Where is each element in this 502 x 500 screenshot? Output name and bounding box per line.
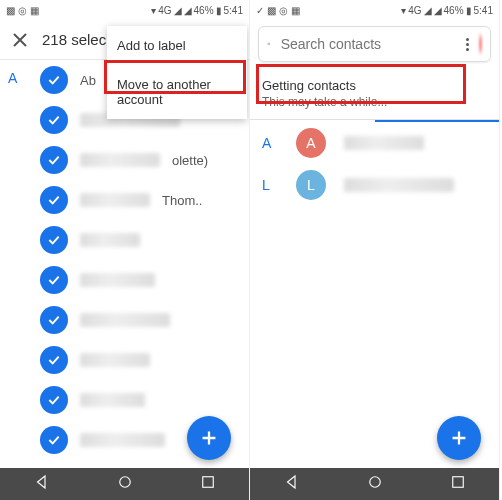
- check-icon[interactable]: [40, 146, 68, 174]
- signal-icon: ◢: [184, 5, 192, 16]
- overflow-menu: Add to label Move to another account: [107, 26, 247, 119]
- nav-recent-icon[interactable]: [199, 473, 217, 495]
- contact-name-blurred: [80, 393, 145, 407]
- status-bar: ▩ ◎ ▦ ▾ 4G ◢ ◢ 46% ▮ 5:41: [0, 0, 249, 20]
- notif-icon: ▦: [30, 5, 39, 16]
- signal-label: 4G: [158, 5, 171, 16]
- fab-add[interactable]: [187, 416, 231, 460]
- nav-bar: [250, 468, 499, 500]
- nav-home-icon[interactable]: [366, 473, 384, 495]
- contact-row-selected[interactable]: [0, 340, 249, 380]
- notif-icon: ◎: [18, 5, 27, 16]
- signal-icon: ◢: [424, 5, 432, 16]
- close-icon[interactable]: [8, 28, 32, 52]
- check-icon[interactable]: [40, 186, 68, 214]
- contact-row-selected[interactable]: [0, 300, 249, 340]
- contact-name-blurred: [80, 273, 155, 287]
- contact-row-selected[interactable]: [0, 380, 249, 420]
- check-icon[interactable]: [40, 386, 68, 414]
- contact-row-selected[interactable]: [0, 220, 249, 260]
- svg-rect-1: [202, 477, 213, 488]
- wifi-icon: ▾: [151, 5, 156, 16]
- notif-icon: ◎: [279, 5, 288, 16]
- nav-home-icon[interactable]: [116, 473, 134, 495]
- svg-point-2: [369, 477, 380, 488]
- contact-row-selected[interactable]: olette): [0, 140, 249, 180]
- contact-row[interactable]: L L: [250, 164, 499, 206]
- overflow-icon[interactable]: [466, 38, 469, 51]
- status-bar: ✓ ▩ ◎ ▦ ▾ 4G ◢ ◢ 46% ▮ 5:41: [250, 0, 499, 20]
- contact-name-blurred: [344, 178, 454, 192]
- svg-rect-3: [452, 477, 463, 488]
- loading-subtitle: This may take a while...: [262, 95, 487, 109]
- battery-label: 46%: [444, 5, 464, 16]
- section-letter: L: [262, 177, 278, 193]
- fab-add[interactable]: [437, 416, 481, 460]
- notif-icon: ✓: [256, 5, 264, 16]
- check-icon[interactable]: [40, 426, 68, 454]
- battery-icon: ▮: [466, 5, 472, 16]
- search-input[interactable]: [281, 36, 456, 52]
- contact-row-selected[interactable]: [0, 260, 249, 300]
- check-icon[interactable]: [40, 106, 68, 134]
- wifi-icon: ▾: [401, 5, 406, 16]
- contact-name-suffix: olette): [172, 153, 208, 168]
- contact-name-blurred: [80, 433, 165, 447]
- menu-item-move-account[interactable]: Move to another account: [107, 65, 247, 119]
- nav-back-icon[interactable]: [283, 473, 301, 495]
- contact-name-blurred: [80, 313, 170, 327]
- menu-item-add-label[interactable]: Add to label: [107, 26, 247, 65]
- nav-back-icon[interactable]: [33, 473, 51, 495]
- loading-banner: Getting contacts This may take a while..…: [250, 68, 499, 120]
- screen-left: ▩ ◎ ▦ ▾ 4G ◢ ◢ 46% ▮ 5:41 218 selec Add …: [0, 0, 250, 500]
- section-letter: A: [262, 135, 278, 151]
- notif-icon: ▦: [291, 5, 300, 16]
- contact-name-blurred: [80, 353, 150, 367]
- battery-icon: ▮: [216, 5, 222, 16]
- loading-title: Getting contacts: [262, 78, 487, 93]
- screen-right: ✓ ▩ ◎ ▦ ▾ 4G ◢ ◢ 46% ▮ 5:41 Getting cont…: [250, 0, 500, 500]
- check-icon[interactable]: [40, 266, 68, 294]
- signal-label: 4G: [408, 5, 421, 16]
- battery-label: 46%: [194, 5, 214, 16]
- nav-recent-icon[interactable]: [449, 473, 467, 495]
- contact-name-blurred: [80, 153, 160, 167]
- contact-name-blurred: [344, 136, 424, 150]
- check-icon[interactable]: [40, 306, 68, 334]
- profile-avatar[interactable]: [479, 33, 482, 55]
- section-letter: A: [8, 70, 17, 86]
- signal-icon: ◢: [434, 5, 442, 16]
- svg-point-0: [119, 477, 130, 488]
- clock: 5:41: [474, 5, 493, 16]
- clock: 5:41: [224, 5, 243, 16]
- contact-name-blurred: [80, 233, 140, 247]
- signal-icon: ◢: [174, 5, 182, 16]
- contact-name-blurred: [80, 193, 150, 207]
- contact-row-selected[interactable]: Thom..: [0, 180, 249, 220]
- contact-name-suffix: Thom..: [162, 193, 202, 208]
- check-icon[interactable]: [40, 226, 68, 254]
- contact-list[interactable]: A Ab olette) Thom..: [0, 60, 249, 460]
- contact-name: Ab: [80, 73, 96, 88]
- search-bar[interactable]: [258, 26, 491, 62]
- notif-icon: ▩: [6, 5, 15, 16]
- avatar: A: [296, 128, 326, 158]
- hamburger-icon[interactable]: [267, 32, 271, 56]
- contact-list[interactable]: A A L L: [250, 122, 499, 206]
- nav-bar: [0, 468, 249, 500]
- notif-icon: ▩: [267, 5, 276, 16]
- check-icon[interactable]: [40, 346, 68, 374]
- check-icon[interactable]: [40, 66, 68, 94]
- avatar: L: [296, 170, 326, 200]
- contact-row[interactable]: A A: [250, 122, 499, 164]
